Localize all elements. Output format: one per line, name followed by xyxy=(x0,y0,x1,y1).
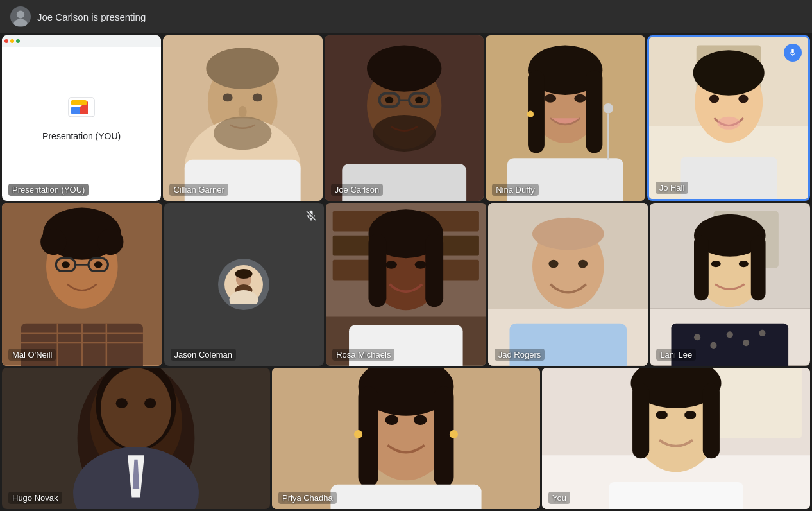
dot-red xyxy=(4,39,8,43)
tile-you[interactable]: You xyxy=(542,368,810,509)
svg-point-21 xyxy=(415,97,423,103)
svg-point-50 xyxy=(97,229,124,256)
svg-point-32 xyxy=(527,111,534,117)
svg-point-122 xyxy=(354,430,362,438)
svg-point-108 xyxy=(101,368,171,448)
svg-point-43 xyxy=(738,95,748,103)
svg-rect-74 xyxy=(369,234,387,307)
presentation-title: Presentation (YOU) xyxy=(42,131,121,141)
svg-point-84 xyxy=(548,260,558,268)
svg-rect-29 xyxy=(586,70,603,153)
svg-point-83 xyxy=(532,218,604,250)
svg-point-102 xyxy=(759,330,766,336)
tile-priya[interactable]: Priya Chadha xyxy=(272,368,540,509)
speaking-badge-jo xyxy=(784,44,802,62)
dot-green xyxy=(16,39,20,43)
mic-icon xyxy=(788,48,797,57)
svg-point-30 xyxy=(545,94,556,103)
tile-label-hugo: Hugo Novak xyxy=(8,492,62,504)
video-jo xyxy=(649,37,808,199)
muted-icon-jason xyxy=(305,209,317,225)
svg-point-109 xyxy=(116,398,128,408)
meet-logo-icon xyxy=(66,95,97,126)
svg-rect-3 xyxy=(71,107,80,114)
tile-rosa[interactable]: Rosa Michaels xyxy=(326,203,486,366)
video-joe xyxy=(325,35,484,201)
svg-point-96 xyxy=(739,261,749,267)
svg-point-76 xyxy=(385,261,397,269)
tile-label-jad: Jad Rogers xyxy=(495,349,545,361)
video-you xyxy=(542,368,810,509)
svg-point-121 xyxy=(414,415,427,425)
tile-label-nina: Nina Duffy xyxy=(492,184,538,196)
svg-point-110 xyxy=(144,398,156,408)
tile-jason[interactable]: Jason Coleman xyxy=(164,203,325,366)
svg-point-20 xyxy=(385,97,393,103)
tile-lani[interactable]: Lani Lee xyxy=(650,203,810,366)
tile-mal[interactable]: Mal O'Neill xyxy=(2,203,162,366)
grid-row-1: Presentation (YOU) Presentation (YOU) xyxy=(2,35,810,201)
svg-point-99 xyxy=(711,342,717,349)
svg-point-22 xyxy=(367,46,441,92)
tile-label-you: You xyxy=(548,492,570,504)
svg-point-10 xyxy=(214,117,271,150)
video-priya xyxy=(272,368,540,509)
tile-jo[interactable]: Jo Hall xyxy=(647,35,810,201)
svg-point-0 xyxy=(17,10,24,18)
video-rosa xyxy=(326,203,486,366)
svg-point-23 xyxy=(373,115,436,152)
tile-label-lani: Lani Lee xyxy=(656,349,696,361)
tile-label-presentation: Presentation (YOU) xyxy=(8,184,89,196)
svg-point-101 xyxy=(743,340,749,346)
presenting-text: Joe Carlson is presenting xyxy=(37,12,146,22)
svg-point-65 xyxy=(235,269,253,279)
svg-point-34 xyxy=(604,103,614,114)
presenter-avatar xyxy=(10,6,31,27)
svg-point-42 xyxy=(709,95,719,103)
tile-label-rosa: Rosa Michaels xyxy=(332,349,394,361)
tile-label-cillian: Cillian Garner xyxy=(169,184,228,196)
tile-nina[interactable]: Nina Duffy xyxy=(486,35,645,201)
tile-cillian[interactable]: Cillian Garner xyxy=(163,35,322,201)
tile-jad[interactable]: Jad Rogers xyxy=(488,203,648,366)
svg-point-9 xyxy=(207,48,280,89)
svg-point-98 xyxy=(694,334,700,341)
video-cillian xyxy=(163,35,322,201)
video-lani xyxy=(650,203,810,366)
svg-point-11 xyxy=(223,93,233,101)
video-jad xyxy=(488,203,648,366)
svg-point-41 xyxy=(693,50,764,96)
avatar-jason xyxy=(218,259,269,310)
svg-rect-135 xyxy=(609,482,743,509)
svg-rect-94 xyxy=(751,236,766,300)
svg-point-134 xyxy=(684,411,696,419)
tile-joe[interactable]: Joe Carlson xyxy=(325,35,484,201)
svg-point-133 xyxy=(656,411,668,419)
svg-rect-132 xyxy=(703,383,720,459)
video-hugo xyxy=(2,368,270,509)
tile-label-mal: Mal O'Neill xyxy=(8,349,56,361)
svg-point-95 xyxy=(711,261,721,267)
presentation-header xyxy=(2,35,161,47)
svg-rect-75 xyxy=(425,234,443,307)
video-grid: Presentation (YOU) Presentation (YOU) xyxy=(0,33,812,511)
presentation-content: Presentation (YOU) xyxy=(2,35,161,201)
top-bar: Joe Carlson is presenting xyxy=(0,0,812,33)
svg-rect-93 xyxy=(694,236,709,300)
svg-point-55 xyxy=(94,262,103,268)
svg-point-120 xyxy=(385,415,398,425)
tile-label-jason: Jason Coleman xyxy=(171,349,236,361)
svg-point-31 xyxy=(575,94,586,103)
dot-yellow xyxy=(10,39,14,43)
tile-presentation[interactable]: Presentation (YOU) Presentation (YOU) xyxy=(2,35,161,201)
svg-point-12 xyxy=(253,93,263,101)
grid-row-3: Hugo Novak xyxy=(2,368,810,509)
mic-off-icon xyxy=(305,209,317,222)
tile-hugo[interactable]: Hugo Novak xyxy=(2,368,270,509)
svg-point-49 xyxy=(40,229,67,256)
svg-point-123 xyxy=(450,430,458,438)
video-mal xyxy=(2,203,162,366)
avatar-jason-image xyxy=(224,265,263,304)
video-nina xyxy=(486,35,645,201)
svg-point-54 xyxy=(62,262,70,268)
